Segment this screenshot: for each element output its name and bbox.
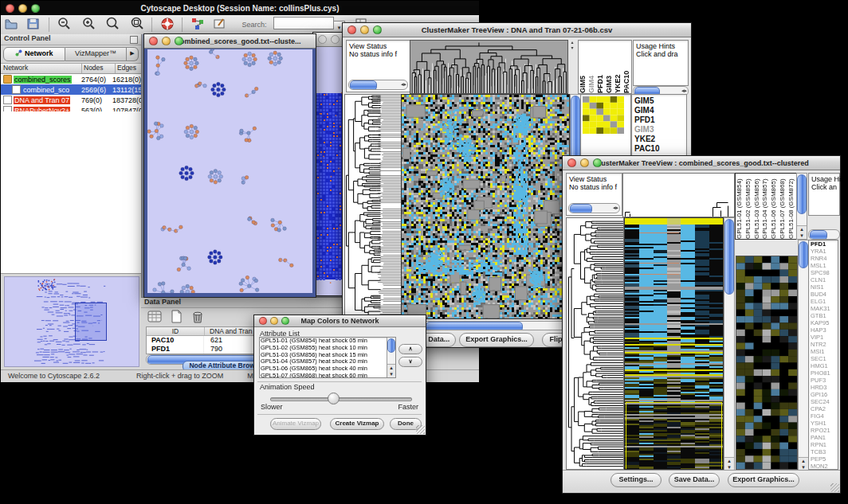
column-label[interactable]: GPL51-03 (GSM856) <box>753 174 762 239</box>
close-icon[interactable] <box>259 317 267 325</box>
gene-label[interactable]: NTR2 <box>811 341 838 348</box>
zoom-fit-icon[interactable] <box>130 17 144 34</box>
column-label[interactable]: PAC10 <box>622 41 631 93</box>
gene-label[interactable]: PUF3 <box>811 377 838 384</box>
gene-label[interactable]: ELG1 <box>811 298 838 305</box>
gene-label[interactable]: YSH1 <box>811 420 838 427</box>
minimize-icon[interactable] <box>360 25 369 34</box>
gene-list-vscrollbar[interactable]: ▴▾ <box>798 240 809 471</box>
column-label[interactable]: GIM3 <box>605 41 614 93</box>
id-column-header[interactable]: ID <box>147 327 205 335</box>
zoom-window-icon[interactable] <box>281 317 289 325</box>
close-icon[interactable] <box>567 158 576 167</box>
row-label[interactable]: GIM4 <box>634 106 686 115</box>
column-label[interactable]: GPL51-07 (GSM868) <box>779 174 787 239</box>
gene-label[interactable]: RPO21 <box>811 427 838 434</box>
close-icon[interactable] <box>347 25 356 34</box>
col-header-nodes[interactable]: Nodes <box>82 64 116 73</box>
open-icon[interactable] <box>4 17 18 34</box>
speed-slider-thumb[interactable] <box>328 393 340 404</box>
create-attribute-icon[interactable] <box>171 310 183 326</box>
titlebar[interactable]: Map Colors to Network <box>254 315 426 327</box>
resize-grip[interactable] <box>416 425 425 434</box>
settings-button[interactable]: Settings... <box>610 473 662 487</box>
column-label[interactable]: GPL51-04 (GSM857) <box>761 174 770 239</box>
tab-vizmapper[interactable]: VizMapper™ <box>65 47 127 61</box>
network-table-row[interactable]: combined_scores2764(0)16218(0) <box>1 74 141 84</box>
gene-label[interactable]: GTB1 <box>811 312 838 319</box>
row-label[interactable]: PFD1 <box>634 115 686 125</box>
zoom-window-icon[interactable] <box>175 37 183 45</box>
row-label[interactable]: PAC10 <box>634 144 686 154</box>
resize-grip[interactable] <box>830 483 839 492</box>
gene-label[interactable]: CLN1 <box>811 276 838 283</box>
gene-label[interactable]: PEP5 <box>811 455 838 463</box>
gene-label[interactable]: VIP1 <box>811 334 838 341</box>
gene-label[interactable]: SEC1 <box>811 355 838 362</box>
gene-label[interactable]: HAP3 <box>811 326 838 334</box>
gene-label[interactable]: KAP95 <box>811 319 838 326</box>
main-titlebar[interactable]: Cytoscape Desktop (Session Name: collins… <box>1 1 479 15</box>
column-labels-vscrollbar[interactable]: ▴▾ <box>796 173 807 240</box>
create-vizmap-button[interactable]: Create Vizmap <box>330 418 384 430</box>
gene-label[interactable]: PFD1 <box>811 240 838 248</box>
float-panel-icon[interactable] <box>130 36 138 44</box>
annotation-icon[interactable] <box>213 17 227 34</box>
birds-eye-view[interactable] <box>4 276 139 367</box>
heatmap-main[interactable] <box>624 217 724 470</box>
column-label[interactable]: GIM5 <box>579 41 587 93</box>
move-down-button[interactable]: ∨ <box>398 357 422 367</box>
minimize-icon[interactable] <box>331 35 340 44</box>
row-label[interactable]: GIM5 <box>634 96 686 106</box>
search-input[interactable] <box>273 17 334 29</box>
mini-scroll-arrows[interactable]: ▴▾ <box>568 40 576 56</box>
minimize-icon[interactable] <box>162 37 171 45</box>
zoom-window-icon[interactable] <box>31 4 40 13</box>
heatmap-vscrollbar[interactable]: ▴▾ <box>724 217 735 471</box>
titlebar[interactable]: ClusterMaker TreeView : DNA and Tran 07-… <box>343 23 691 37</box>
row-dendrogram[interactable] <box>344 94 402 319</box>
gene-label[interactable]: GPI16 <box>811 391 838 398</box>
network-canvas[interactable] <box>147 49 312 293</box>
heatmap-main[interactable] <box>401 94 570 319</box>
list-vscrollbar[interactable]: ▴▾ <box>387 338 395 377</box>
gene-label[interactable]: HRD3 <box>811 384 838 391</box>
gene-label[interactable]: RPN1 <box>811 441 838 448</box>
delete-attribute-icon[interactable] <box>191 310 204 326</box>
titlebar[interactable]: combined_scores_good.txt--cluste... <box>144 34 316 49</box>
minimize-icon[interactable] <box>270 317 278 325</box>
view-status-hscrollbar[interactable]: ◂▸ <box>568 203 620 213</box>
column-label[interactable]: GPL51-02 (GSM855) <box>744 174 753 239</box>
move-up-button[interactable]: ∧ <box>398 344 422 354</box>
attribute-table-icon[interactable] <box>147 310 163 326</box>
selection-heatmap[interactable] <box>583 96 624 134</box>
gene-label[interactable]: SPC98 <box>811 269 838 276</box>
export-graphics-button[interactable]: Export Graphics... <box>459 333 534 347</box>
row-label[interactable]: GIM3 <box>634 125 686 135</box>
gene-label[interactable]: MON2 <box>811 463 838 470</box>
column-label[interactable]: GPL51-08 (GSM872) <box>787 174 796 239</box>
gene-label[interactable]: PHO81 <box>811 369 838 377</box>
column-label[interactable]: GPL51-06 (GSM865) <box>770 174 779 239</box>
network-tree-empty-area[interactable] <box>1 111 141 274</box>
gene-label[interactable]: MAK31 <box>811 305 838 312</box>
animate-vizmap-button[interactable]: Animate Vizmap <box>270 418 321 430</box>
column-label[interactable]: GIM4 <box>587 41 596 93</box>
zoom-window-icon[interactable] <box>373 25 382 34</box>
column-label[interactable]: PFD1 <box>596 41 605 93</box>
close-icon[interactable] <box>6 4 14 13</box>
gene-label[interactable]: NIS1 <box>811 283 838 291</box>
gene-label[interactable]: TCB3 <box>811 448 838 455</box>
minimize-icon[interactable] <box>580 158 589 167</box>
scrollbar-thumb[interactable] <box>799 241 808 268</box>
speed-slider-track[interactable] <box>270 397 412 401</box>
zoom-in-icon[interactable] <box>81 17 96 34</box>
column-label[interactable]: GPL51-01 (GSM854) <box>736 174 744 239</box>
modify-network-icon[interactable] <box>190 17 205 34</box>
close-icon[interactable] <box>318 35 327 44</box>
gene-label[interactable]: SEC24 <box>811 398 838 405</box>
gene-label[interactable]: MSI1 <box>811 348 838 355</box>
gene-label[interactable]: CPA2 <box>811 405 838 412</box>
titlebar[interactable]: ClusterMaker TreeView : combined_scores_… <box>563 156 840 170</box>
save-data-button[interactable]: Save Data... <box>669 473 720 487</box>
